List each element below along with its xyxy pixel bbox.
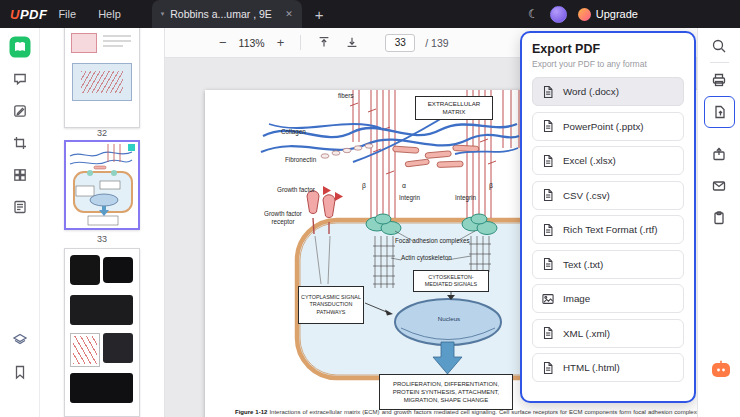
export-item-label: XML (.xml) [563,328,610,339]
sidebar-item-edit[interactable] [7,100,33,122]
page-total: / 139 [425,37,448,49]
menu-help[interactable]: Help [87,8,132,20]
ai-assistant-icon [711,360,731,380]
tab-title: Robbins a...umar , 9E [170,8,279,20]
figure-label-beta-left: β [362,182,366,190]
share-icon [711,146,727,162]
export-item-powerpoint[interactable]: PowerPoint (.pptx) [532,112,684,141]
word-file-icon [541,85,555,99]
zoom-in-button[interactable]: + [275,34,287,51]
export-item-xml[interactable]: XML (.xml) [532,319,684,348]
sidebar-item-bookmark[interactable] [7,361,33,383]
thumbnail-art-block [70,373,133,403]
sidebar-item-forms[interactable] [7,196,33,218]
zoom-out-button[interactable]: − [217,34,229,51]
tab-dropdown-icon[interactable]: ▾ [161,10,165,18]
export-panel-title: Export PDF [532,42,684,56]
export-item-image[interactable]: Image [532,284,684,313]
comment-icon [12,71,28,87]
reader-icon [9,36,31,58]
document-tab[interactable]: ▾ Robbins a...umar , 9E ✕ [152,0,302,28]
rtf-file-icon [541,223,555,237]
export-item-label: CSV (.csv) [563,190,610,201]
zoom-level[interactable]: 113% [239,37,265,49]
figure-label-fibers: fibers [338,92,353,100]
thumbnail-page-34[interactable] [64,248,140,417]
sidebar-item-crop[interactable] [7,132,33,154]
export-item-word[interactable]: Word (.docx) [532,77,684,106]
topbar: UPDF File Help ▾ Robbins a...umar , 9E ✕… [0,0,740,28]
export-button[interactable] [704,96,735,128]
scroll-to-bottom-button[interactable] [343,33,361,53]
thumbnail-art-block [103,35,131,37]
figure-label-fibronectin: Fibronectin [285,156,316,164]
logo-u: U [10,7,20,22]
export-item-label: PowerPoint (.pptx) [563,121,644,132]
clipboard-icon [711,210,727,226]
text-file-icon [541,257,555,271]
export-item-label: HTML (.html) [563,362,620,373]
user-avatar[interactable] [550,6,567,23]
layers-icon [12,332,28,348]
right-tool-rail [697,28,740,417]
dark-mode-icon[interactable]: ☾ [528,7,539,21]
share-button[interactable] [711,146,729,164]
sidebar-item-reader[interactable] [7,36,33,58]
form-icon [12,199,28,215]
export-item-rtf[interactable]: Rich Text Format (.rtf) [532,215,684,244]
updf-logo: UPDF [10,7,47,22]
clipboard-button[interactable] [711,210,729,228]
export-icon [712,104,728,120]
thumbnail-art-block [73,336,97,364]
print-button[interactable] [711,72,729,90]
thumbnail-art-block [70,333,100,367]
figure-label-collagen: Collagen [281,128,306,136]
excel-file-icon [541,154,555,168]
figure-label-growth-factor-receptor: Growth factor receptor [255,210,311,225]
search-button[interactable] [711,38,729,56]
figure-label-nucleus: Nucleus [427,315,471,322]
thumbnail-art-block [81,71,123,93]
pages-grid-icon [12,167,28,183]
thumbnail-art-block [103,333,133,363]
crop-icon [12,135,28,151]
thumbnail-number: 33 [40,234,164,244]
rail-divider [710,62,729,63]
export-item-label: Word (.docx) [563,86,619,97]
export-item-html[interactable]: HTML (.html) [532,353,684,382]
figure-box-cytoskeleton-signals: CYTOSKELETON-MEDIATED SIGNALS [413,270,489,292]
sidebar-item-organize-pages[interactable] [7,164,33,186]
thumbnail-art-block [103,40,131,42]
arrow-up-to-line-icon [317,35,331,49]
email-button[interactable] [711,178,729,196]
updf-app: UPDF File Help ▾ Robbins a...umar , 9E ✕… [0,0,740,417]
figure-label-growth-factor: Growth factor [277,186,315,194]
powerpoint-file-icon [541,119,555,133]
figure-label-actin: Actin cytoskeleton [401,254,452,262]
export-item-label: Rich Text Format (.rtf) [563,224,658,235]
page-input[interactable] [385,34,415,52]
figure-box-cytoplasmic-pathways: CYTOPLASMIC SIGNAL TRANSDUCTION PATHWAYS [298,286,364,324]
thumbnail-figure-preview [66,142,138,228]
export-item-csv[interactable]: CSV (.csv) [532,181,684,210]
sidebar-item-comment[interactable] [7,68,33,90]
export-item-text[interactable]: Text (.txt) [532,250,684,279]
thumbnail-art-block [71,33,97,53]
topbar-right-cluster: ☾ Upgrade [528,0,638,28]
ai-assistant-button[interactable] [711,360,731,380]
scroll-to-top-button[interactable] [315,33,333,53]
thumbnail-page-33[interactable] [64,140,140,230]
figure-label-integrin-right: Integrin [455,194,476,202]
tab-close-icon[interactable]: ✕ [285,9,293,19]
sidebar-item-layers[interactable] [7,329,33,351]
upgrade-button[interactable]: Upgrade [578,8,638,21]
annotation-marker [128,144,135,151]
export-item-excel[interactable]: Excel (.xlsx) [532,146,684,175]
figure-box-outcomes: PROLIFERATION, DIFFERENTIATION, PROTEIN … [379,374,513,410]
menu-file[interactable]: File [47,8,87,20]
thumbnail-page-32[interactable] [64,28,140,128]
new-tab-button[interactable]: + [315,7,324,22]
thumbnail-art-block [72,63,132,101]
search-icon [711,38,727,54]
thumbnail-number: 32 [40,128,164,138]
